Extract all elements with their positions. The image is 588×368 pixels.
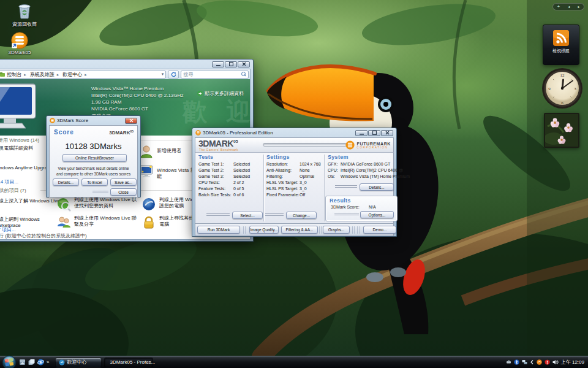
desktop-icon-3dmark05[interactable]: 3DMark05	[0, 32, 39, 55]
futuremark-label: FUTUREMARK	[357, 142, 391, 146]
breadcrumb-dropdown-icon[interactable]: ▾	[162, 72, 164, 77]
analog-clock-icon: 12 3 6 9	[541, 67, 583, 109]
3dmark05-logo-small: 3DMARK05	[109, 129, 134, 136]
to-excel-button[interactable]: To Excel	[81, 178, 108, 186]
search-input[interactable]	[183, 72, 238, 77]
system-row: CPU:Intel(R) Core(TM)2 CPU 6400 @	[328, 168, 398, 172]
onecare-icon	[141, 197, 156, 212]
score-titlebar[interactable]: 3DMark Score	[49, 116, 138, 125]
item-live-share[interactable]: 到線上使用 Windows Live 聯繫及分享	[56, 215, 138, 230]
online-resultbrowser-button[interactable]: Online ResultBrowser	[62, 154, 127, 162]
show-desktop-icon[interactable]	[19, 359, 26, 366]
image-quality-button[interactable]: Image Quality...	[249, 226, 279, 234]
desktop-icon-recycle-bin[interactable]: 資源回收筒	[5, 2, 44, 28]
bluetooth-icon[interactable]	[514, 359, 519, 365]
3dmark-tagline: The Gamers’ Benchmark	[199, 148, 238, 151]
item-live-find[interactable]: 到線上使用 Windows Live 以便找到您要的資料	[56, 197, 138, 212]
flip3d-icon[interactable]	[28, 359, 35, 366]
welcome-titlebar[interactable]	[0, 59, 251, 69]
task-3dmark05[interactable]: 3DMark05 - Profes...	[104, 358, 153, 367]
3dmark05-titlebar[interactable]: 3DMark05 - Professional Edition	[195, 128, 394, 137]
3dmark05-body: Tests Game Test 1:Selected Game Test 2:S…	[195, 153, 394, 224]
3dmark-orb-icon	[50, 118, 55, 123]
whats-new-icon	[139, 164, 154, 178]
system-details-button[interactable]: Details...	[360, 183, 394, 191]
close-button[interactable]	[381, 130, 393, 136]
item-label: 檢視電腦詳細資料	[0, 145, 33, 151]
test-row: Game Test 2:Selected	[198, 168, 262, 172]
setting-row: Fixed Framerate:Off	[266, 193, 323, 197]
breadcrumb-welcome-center[interactable]: 歡迎中心	[62, 71, 89, 78]
cpu-info: Intel(R) Core(TM)2 CPU 6400 @ 2.13GHz	[91, 93, 183, 98]
language-bar-icon[interactable]	[537, 359, 542, 365]
start-button[interactable]	[2, 355, 17, 368]
close-button[interactable]	[238, 61, 250, 67]
photo-slideshow-gadget[interactable]	[544, 113, 579, 148]
desktop: 資源回收筒 3DMark05 + ◂ ▸ 檢視標題	[0, 0, 588, 368]
collapse-tray-icon[interactable]	[530, 359, 534, 365]
results-title: Results	[330, 197, 351, 204]
refresh-button[interactable]	[168, 71, 179, 79]
computer-icon	[0, 83, 40, 132]
action-divider	[243, 226, 246, 234]
breadcrumb-control-panel[interactable]: 控制台	[7, 71, 29, 78]
run-at-startup-note[interactable]: 開機時執行 (歡迎中心位於控制台的系統及維護中)	[0, 232, 87, 239]
demo-button[interactable]: Demo...	[363, 226, 396, 234]
refresh-icon	[171, 72, 176, 77]
internet-explorer-icon[interactable]	[37, 359, 44, 366]
minimize-button[interactable]	[212, 61, 224, 67]
gadget-prev-icon[interactable]: ◂	[568, 4, 570, 9]
speed-lines	[206, 213, 230, 217]
security-center-icon[interactable]	[545, 359, 550, 365]
minimize-button[interactable]	[355, 130, 368, 136]
setting-row: Resolution:1024 x 768	[266, 162, 323, 166]
filtering-aa-button[interactable]: Filtering & AA...	[281, 226, 318, 234]
change-settings-button[interactable]: Change...	[286, 212, 317, 219]
welcome-watermark: 歡 迎	[183, 95, 251, 129]
item-label: 到線上使用 Windows Live 聯繫及分享	[74, 215, 138, 230]
test-row: Feature Tests:0 of 5	[198, 186, 262, 191]
add-gadget-icon[interactable]: +	[557, 4, 560, 9]
recycle-bin-icon	[15, 2, 34, 20]
tray-clock[interactable]: 上午 12:09	[561, 359, 584, 366]
taskbar: » 歡迎中心 3DMark05 - Profes... 上午 12:09	[0, 356, 588, 368]
search-box[interactable]	[181, 71, 249, 79]
task-label: 歡迎中心	[67, 359, 86, 366]
run-3dmark-button[interactable]: Run 3DMark	[197, 226, 240, 234]
speed-lines	[334, 213, 359, 217]
section-title-offers: Microsoft 提供的項目 (7)	[0, 187, 26, 194]
setting-row: HLSL VS Target:3_0	[266, 180, 323, 185]
details-button[interactable]: Details...	[53, 178, 79, 186]
globe-search-icon	[56, 197, 71, 212]
select-tests-button[interactable]: Select...	[232, 212, 263, 219]
maximize-button[interactable]	[225, 61, 237, 67]
task-welcome-center[interactable]: 歡迎中心	[55, 358, 102, 367]
gadget-controls[interactable]: + ◂ ▸	[552, 3, 584, 10]
volume-icon[interactable]	[552, 359, 559, 365]
graphs-button[interactable]: Graphs...	[323, 226, 350, 234]
item-label: 到線上使用 Windows Live 以便找到您要的資料	[74, 197, 138, 212]
save-as-button[interactable]: Save as...	[110, 178, 137, 186]
breadcrumb[interactable]: 控制台 系統及維護 歡迎中心 ▾	[0, 71, 166, 79]
maximize-button[interactable]	[368, 130, 380, 136]
options-button[interactable]: Options...	[360, 211, 394, 218]
3dmark05-actions: Run 3DMark Image Quality... Filtering & …	[195, 224, 394, 236]
gadget-next-icon[interactable]: ▸	[578, 4, 579, 9]
item-add-user[interactable]: 新增使用者	[139, 144, 196, 159]
item-learn-windows-live[interactable]: 到線上深入了解 Windows Live	[0, 198, 64, 204]
test-row: CPU Tests:2 of 2	[198, 180, 262, 185]
tests-title: Tests	[198, 154, 213, 160]
task-label: 3DMark05 - Profes...	[110, 359, 155, 365]
clock-gadget[interactable]: 12 3 6 9	[541, 67, 583, 109]
column-divider	[263, 155, 264, 221]
network-icon[interactable]	[522, 359, 527, 365]
section-title-getting-started: 開始使用 Windows (14)	[0, 137, 39, 144]
3dmark05-window: 3DMark05 - Professional Edition 3DMARK05…	[192, 128, 397, 237]
show-all-14-link[interactable]: 顯示全部 14 項目...	[0, 178, 18, 185]
quicklaunch-overflow[interactable]: »	[47, 359, 49, 365]
close-dialog-button[interactable]: Close	[110, 188, 137, 196]
safely-remove-icon[interactable]	[506, 359, 511, 365]
rss-feed-gadget[interactable]: 檢視標題	[543, 25, 579, 65]
breadcrumb-system[interactable]: 系統及維護	[30, 71, 62, 78]
close-button[interactable]	[125, 118, 137, 124]
